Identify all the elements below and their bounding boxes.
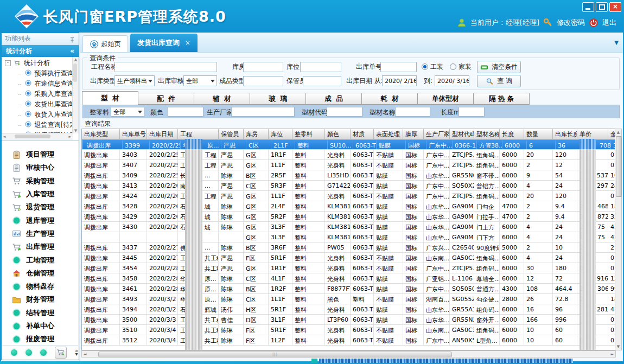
table-column-header[interactable]: 出库单号	[120, 129, 147, 139]
cart-shortcut-button[interactable]	[55, 347, 67, 359]
stats-panel-header[interactable]: 统计分析 «	[2, 45, 79, 57]
table-row[interactable]: 调拨出库34292020/2/26石城陈琳G区5R2F整料KLM38176063…	[82, 212, 615, 222]
tab-close-icon[interactable]: ×	[185, 39, 190, 47]
tree-horizontal-scrollbar[interactable]: ◄ ►	[2, 133, 73, 140]
out-type-select[interactable]: 生产领料出库	[114, 75, 155, 86]
manufacturer-input[interactable]	[231, 107, 295, 117]
table-column-header[interactable]: 数量	[524, 129, 553, 139]
tree-vertical-scrollbar[interactable]: ▲ ▼	[72, 57, 79, 133]
module-dot-icon[interactable]	[26, 349, 32, 356]
table-column-header[interactable]: 型材代码	[450, 129, 474, 139]
sidebar-module-item[interactable]: 结转管理	[2, 306, 78, 320]
table-vertical-scrollbar[interactable]: ▲ ▼	[615, 129, 622, 350]
table-column-header[interactable]: 库位	[269, 129, 292, 139]
table-vscroll-thumb[interactable]	[616, 136, 622, 197]
tree-item[interactable]: --发货出库查询	[2, 99, 72, 110]
table-horizontal-scrollbar[interactable]: ◄ ||| ►	[81, 350, 616, 357]
keeper-input[interactable]	[303, 76, 341, 86]
table-hscroll-thumb[interactable]: |||	[98, 352, 452, 357]
length-input[interactable]	[459, 107, 485, 117]
profile-code-input[interactable]	[327, 107, 362, 117]
date-to-select[interactable]: 2020/ 3/16	[435, 75, 469, 86]
material-tab[interactable]: 辅 材	[194, 93, 250, 105]
table-row[interactable]: 调拨出库34242020/2/26工工程严思G区1L1F整料光身料6063-T5…	[82, 191, 615, 201]
table-column-header[interactable]: 工程	[178, 129, 219, 139]
scroll-left-icon[interactable]: ◄	[3, 135, 5, 139]
material-tab[interactable]: 型 材	[82, 91, 138, 105]
table-row[interactable]: 调拨出库34612020/2/28华原...陈琳B区1R2F整料F8877FT6…	[82, 284, 615, 294]
tree-item[interactable]: --退货查询[待定]	[2, 120, 72, 130]
material-tab[interactable]: 玻 璃	[250, 93, 306, 105]
table-row[interactable]: 调拨出库35122020/3/4工共工程陈琳F区1L2F整料光身料6063-T5…	[82, 335, 615, 346]
tree-item[interactable]: --采购入库查询	[2, 89, 72, 99]
date-from-select[interactable]: 2020/ 2/16	[382, 75, 417, 86]
table-column-header[interactable]: 保管员	[219, 129, 244, 139]
material-tab[interactable]: 配 件	[138, 93, 194, 105]
project-name-input[interactable]	[114, 62, 217, 72]
scroll-down-icon[interactable]: ▼	[73, 129, 79, 133]
maximize-button[interactable]	[596, 2, 608, 12]
table-column-header[interactable]: 库房	[244, 129, 269, 139]
pin-icon[interactable]	[69, 36, 75, 42]
audit-select[interactable]: 全部	[183, 75, 217, 86]
sidebar-module-item[interactable]: 项目管理	[2, 148, 78, 161]
tree-hscroll-thumb[interactable]	[15, 135, 50, 138]
material-tab[interactable]: 单体型材	[417, 93, 474, 105]
scroll-up-icon[interactable]: ▲	[615, 130, 621, 135]
scroll-right-icon[interactable]: ►	[69, 135, 72, 139]
scroll-right-icon[interactable]: ►	[611, 352, 614, 356]
table-column-header[interactable]: 出库类型	[82, 129, 120, 139]
scroll-left-icon[interactable]: ◄	[84, 352, 86, 356]
close-button[interactable]: ×	[609, 2, 621, 12]
table-column-header[interactable]: 生产厂家	[424, 129, 450, 139]
sidebar-module-item[interactable]: 工地管理	[2, 253, 78, 266]
table-column-header[interactable]: 颜色	[325, 129, 351, 139]
table-row[interactable]: 调拨出库34582020/2/28华原...陈琳C区4L1F整料光身料6063-…	[82, 273, 615, 284]
material-tab[interactable]: 耗 材	[361, 93, 418, 105]
table-row[interactable]: 调拨出库35002020/3/3工共工程曹佳D区3L1F整料LT3P606063…	[82, 315, 615, 325]
tree-vscroll-thumb[interactable]	[73, 63, 77, 82]
table-row[interactable]: 调拨出库34032020/2/25工工程严思G区1R1F整料光身料6063-T5…	[82, 150, 615, 160]
color-input[interactable]	[168, 107, 203, 117]
sidebar-module-item[interactable]: 报废管理	[2, 333, 78, 346]
gongzhuang-radio[interactable]	[422, 63, 428, 70]
table-row[interactable]: 调拨出库34542020/2/28工共工程严思G区1R1F整料光身料6063-T…	[82, 263, 615, 273]
clear-conditions-button[interactable]: 清空条件	[477, 61, 521, 73]
sidebar-module-item[interactable]: 采购管理	[2, 175, 78, 188]
table-row[interactable]: 调拨出库34942020/3/2石辉城汤伟H区5R1F整料光身料6063-T5贴…	[82, 304, 615, 315]
table-row[interactable]: 调拨出库34092020/2/25长...陈琳B区2R5F整料LI35HD606…	[82, 170, 615, 181]
sidebar-module-item[interactable]: 入库管理	[2, 188, 78, 201]
tree-item[interactable]: --在途信息查询[待	[2, 79, 72, 89]
table-column-header[interactable]: 材质	[351, 129, 374, 139]
jiazhuang-radio-label[interactable]: 家装	[459, 61, 472, 72]
sidebar-module-item[interactable]: 审核中心	[2, 161, 78, 174]
sidebar-module-item[interactable]: 出库管理	[2, 240, 78, 253]
table-column-header[interactable]: 出库日期	[147, 129, 178, 139]
tree-root-item[interactable]: -统计分析	[2, 58, 72, 68]
jiazhuang-radio[interactable]	[450, 63, 456, 70]
table-column-header[interactable]: 膜厚	[403, 129, 424, 139]
search-button[interactable]: 查 询	[477, 75, 521, 87]
sidebar-module-item[interactable]: 生产管理	[2, 227, 78, 240]
table-column-header[interactable]: 表面处理	[374, 129, 403, 139]
scroll-up-icon[interactable]: ▲	[73, 58, 79, 62]
more-modules-chevron[interactable]: »▾	[75, 349, 78, 356]
tree-item[interactable]: --收货入库查询	[2, 110, 72, 120]
location-input[interactable]	[300, 62, 341, 72]
material-tab[interactable]: 隔 热 条	[473, 93, 530, 105]
material-tab[interactable]: 成 品	[305, 93, 362, 105]
warehouse-input[interactable]	[243, 62, 283, 72]
table-row[interactable]: 调拨出库34452020/2/27工共工程严思F区5R1F整料光身料6063-T…	[82, 253, 615, 263]
table-row[interactable]: 调拨出库34282020/2/26石城陈琳G区2L4F整料KLM38176063…	[82, 201, 615, 212]
change-password-link[interactable]: 修改密码	[557, 18, 585, 28]
table-row[interactable]: 调拨出库34302020/2/26石城陈琳G区3L3F整料KLM38176063…	[82, 222, 615, 232]
sidebar-module-item[interactable]: 仓储管理	[2, 267, 78, 280]
whole-part-select[interactable]: 全部	[111, 107, 144, 117]
minimize-button[interactable]	[582, 2, 594, 12]
table-row[interactable]: 调拨出库33992020/2/25华原...严思C区2L1F整料SU10...6…	[82, 139, 616, 150]
table-row[interactable]: G区3L3F整料KLM38176063-T5贴膜国标山东华...GA90M09.…	[82, 232, 615, 242]
tab-shipping-outbound-query[interactable]: 发货出库查询 ×	[130, 34, 198, 52]
gongzhuang-radio-label[interactable]: 工装	[430, 61, 443, 72]
table-column-header[interactable]: 出库长度	[553, 129, 577, 139]
collapse-chevron[interactable]: «	[70, 45, 74, 57]
